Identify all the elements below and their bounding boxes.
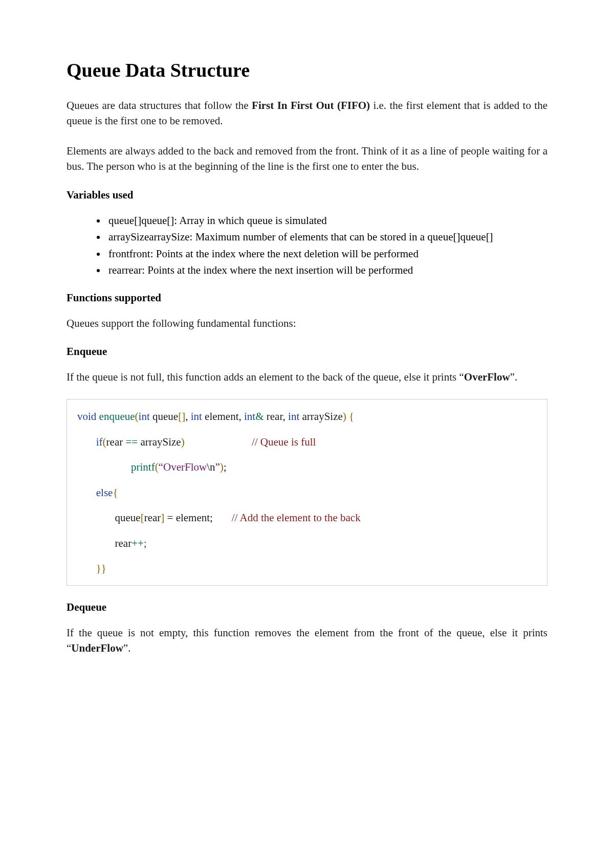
code-token: rear — [106, 436, 126, 448]
para5-a: If the queue is not empty, this function… — [67, 627, 547, 654]
enqueue-description: If the queue is not full, this function … — [67, 369, 547, 385]
code-token: element — [202, 410, 239, 422]
code-token: queue — [115, 511, 141, 524]
code-line: }} — [77, 561, 537, 577]
code-token: ; — [224, 461, 227, 473]
code-token: queue — [150, 410, 178, 422]
heading-functions: Functions supported — [67, 292, 547, 304]
code-token: enqueue — [96, 410, 135, 422]
code-token: ( — [135, 410, 139, 422]
code-token: ++; — [131, 537, 147, 549]
code-token: int — [139, 410, 150, 422]
code-token: ) — [220, 461, 224, 473]
code-token: rear — [115, 537, 132, 549]
code-token: == — [125, 436, 138, 448]
variables-list: queue[]queue[]: Array in which queue is … — [67, 213, 547, 278]
code-token: arraySize — [138, 436, 181, 448]
para4-a: If the queue is not full, this function … — [67, 371, 464, 383]
code-line: void enqueue(int queue[], int element, i… — [77, 409, 537, 425]
code-token: “ — [159, 461, 163, 473]
code-token: \n — [207, 461, 215, 473]
code-token: { — [346, 410, 354, 422]
code-token: void — [77, 410, 96, 422]
code-token: ) — [343, 410, 346, 422]
code-token — [77, 562, 96, 574]
code-block-enqueue: void enqueue(int queue[], int element, i… — [67, 399, 547, 586]
code-token: ) — [181, 436, 185, 448]
code-token: int — [288, 410, 299, 422]
code-token: , — [185, 410, 191, 422]
code-token: arraySize — [299, 410, 343, 422]
code-token: int — [191, 410, 202, 422]
code-token: // Queue is full — [252, 436, 316, 448]
para5-b: ”. — [123, 642, 131, 654]
code-token — [77, 511, 115, 524]
code-token: rear — [144, 511, 161, 524]
code-token: else — [96, 486, 113, 499]
code-token: , — [283, 410, 289, 422]
code-token: { — [113, 486, 118, 499]
code-token: ( — [103, 436, 106, 448]
code-token: rear — [264, 410, 283, 422]
code-token: element — [176, 511, 210, 524]
para4-bold: OverFlow — [464, 371, 510, 383]
para4-b: ”. — [510, 371, 518, 383]
code-token: printf — [131, 461, 155, 473]
code-token: int — [244, 410, 255, 422]
code-line: rear++; — [77, 536, 537, 552]
code-token — [77, 537, 115, 549]
code-token — [77, 436, 96, 448]
functions-intro: Queues support the following fundamental… — [67, 316, 547, 331]
page-title: Queue Data Structure — [67, 59, 547, 81]
code-line: if(rear == arraySize) // Queue is full — [77, 434, 537, 451]
list-item: arraySizearraySize: Maximum number of el… — [106, 229, 547, 244]
code-line: queue[rear] = element; // Add the elemen… — [77, 510, 537, 526]
para5-bold: UnderFlow — [71, 642, 123, 654]
heading-dequeue: Dequeue — [67, 601, 547, 614]
code-token: OverFlow — [163, 461, 207, 473]
code-token — [77, 486, 96, 499]
code-token: & — [255, 410, 264, 422]
list-item: queue[]queue[]: Array in which queue is … — [106, 213, 547, 228]
code-token: [] — [178, 410, 185, 422]
code-token — [185, 436, 252, 448]
dequeue-description: If the queue is not empty, this function… — [67, 625, 547, 656]
code-token: ( — [155, 461, 159, 473]
heading-variables: Variables used — [67, 189, 547, 202]
code-token: = — [164, 511, 176, 524]
code-line: else{ — [77, 485, 537, 501]
list-item: frontfront: Points at the index where th… — [106, 246, 547, 261]
code-token: [ — [141, 511, 144, 524]
code-line: printf(“OverFlow\n”); — [77, 459, 537, 476]
code-token — [213, 511, 232, 524]
code-token: , — [239, 410, 245, 422]
code-token: if — [96, 436, 103, 448]
heading-enqueue: Enqueue — [67, 345, 547, 358]
list-item: rearrear: Points at the index where the … — [106, 262, 547, 278]
code-token: }} — [96, 562, 106, 574]
intro-paragraph-2: Elements are always added to the back an… — [67, 143, 547, 174]
intro-paragraph-1: Queues are data structures that follow t… — [67, 98, 547, 129]
code-token: // Add the element to the back — [232, 511, 361, 524]
code-token: ” — [215, 461, 220, 473]
para1-a: Queues are data structures that follow t… — [67, 99, 252, 112]
para1-bold: First In First Out (FIFO) — [252, 99, 370, 112]
code-token — [77, 461, 131, 473]
